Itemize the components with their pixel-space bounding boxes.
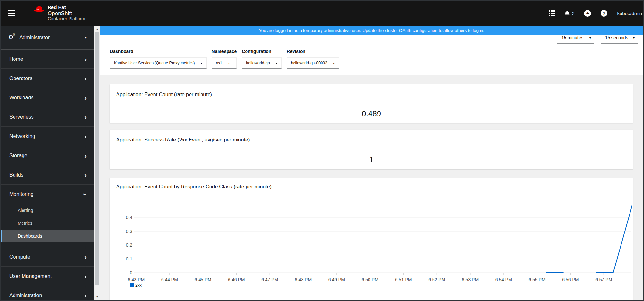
cogs-icon: ⚙⚙ xyxy=(8,35,16,41)
import-plus-button[interactable]: + xyxy=(584,10,591,17)
series-line-2xx xyxy=(596,205,632,273)
chevron-right-icon: › xyxy=(84,95,87,101)
banner-text-before: You are logged in as a temporary adminis… xyxy=(259,28,384,33)
configuration-select[interactable]: helloworld-go ▾ xyxy=(242,57,281,69)
y-tick-label: 0.3 xyxy=(126,229,133,234)
chevron-right-icon: › xyxy=(84,292,87,299)
chevron-right-icon: › xyxy=(84,254,87,260)
legend-swatch xyxy=(130,283,134,287)
event-count-card-title: Application: Event Count (rate per minut… xyxy=(116,92,212,97)
brand-openshift: OpenShift xyxy=(48,10,85,16)
menu-toggle-icon[interactable] xyxy=(6,8,17,18)
x-tick-label: 6:48 PM xyxy=(295,277,312,282)
x-tick-label: 6:54 PM xyxy=(495,277,512,282)
x-tick-label: 6:55 PM xyxy=(529,277,546,282)
namespace-select[interactable]: ns1 ▾ xyxy=(212,57,237,69)
brand-logo[interactable]: Red Hat OpenShift Container Platform xyxy=(33,5,85,22)
sidebar-item-metrics[interactable]: Metrics xyxy=(1,217,94,230)
caret-down-icon: ▾ xyxy=(85,35,87,40)
x-tick-label: 6:53 PM xyxy=(462,277,479,282)
openshift-console: { "masthead": { "brand": { "line1": "Red… xyxy=(0,0,644,301)
app-launcher-icon[interactable] xyxy=(549,10,555,16)
login-notice-banner: You are logged in as a temporary adminis… xyxy=(100,26,643,35)
caret-down-icon: ▾ xyxy=(228,61,230,65)
scroll-down-arrow-icon[interactable]: ▼ xyxy=(94,294,100,300)
cluster-oauth-configuration-link[interactable]: cluster OAuth configuration xyxy=(385,28,437,33)
legend-label: 2xx xyxy=(135,283,142,287)
x-tick-label: 6:49 PM xyxy=(328,277,345,282)
chevron-right-icon: › xyxy=(84,273,87,279)
sidebar-item-compute[interactable]: Compute› xyxy=(1,247,94,267)
help-button[interactable]: ? xyxy=(601,10,607,17)
chevron-right-icon: › xyxy=(84,152,87,159)
dashboard-select[interactable]: Knative User Services (Queue Proxy metri… xyxy=(110,57,207,69)
y-tick-label: 0.1 xyxy=(126,256,133,261)
event-count-value: 0.489 xyxy=(362,109,381,118)
chevron-down-icon: › xyxy=(82,193,89,196)
dashboard-cards: Application: Event Count (rate per minut… xyxy=(100,75,643,300)
chevron-right-icon: › xyxy=(84,56,87,62)
main-content: You are logged in as a temporary adminis… xyxy=(100,26,643,300)
x-tick-label: 6:47 PM xyxy=(261,277,278,282)
scrollbar-thumb[interactable] xyxy=(95,32,99,285)
sidebar-item-alerting[interactable]: Alerting xyxy=(1,204,94,217)
dashboard-filter-label: Dashboard xyxy=(110,49,207,54)
chevron-right-icon: › xyxy=(84,75,87,82)
chevron-right-icon: › xyxy=(84,172,87,178)
success-rate-value: 1 xyxy=(369,155,373,164)
sidebar-nav: ⚙⚙ Administrator ▾ Home› Operators› Work… xyxy=(1,26,94,300)
caret-down-icon: ▾ xyxy=(201,61,202,65)
masthead: Red Hat OpenShift Container Platform 2 +… xyxy=(1,1,643,26)
chevron-right-icon: › xyxy=(84,114,87,120)
sidebar-item-dashboards[interactable]: Dashboards xyxy=(1,230,94,242)
perspective-switcher[interactable]: ⚙⚙ Administrator ▾ xyxy=(1,26,94,50)
x-tick-label: 6:52 PM xyxy=(428,277,445,282)
response-code-chart-card: Application: Event Count by Response Cod… xyxy=(110,178,633,300)
sidebar-item-workloads[interactable]: Workloads› xyxy=(1,88,94,107)
success-rate-card-title: Application: Success Rate (2xx Event, av… xyxy=(116,137,250,143)
notification-count-badge: 2 xyxy=(572,11,574,16)
sidebar-item-storage[interactable]: Storage› xyxy=(1,146,94,165)
y-tick-label: 0.2 xyxy=(126,242,133,248)
bell-icon xyxy=(565,10,570,16)
redhat-fedora-icon xyxy=(33,5,45,13)
revision-filter-label: Revision xyxy=(287,49,339,54)
x-tick-label: 6:45 PM xyxy=(195,277,211,282)
y-tick-label: 0.4 xyxy=(126,215,133,220)
banner-text-after: to allow others to log in. xyxy=(439,28,484,33)
sidebar-item-operators[interactable]: Operators› xyxy=(1,69,94,88)
x-tick-label: 6:50 PM xyxy=(362,277,378,282)
configuration-filter-label: Configuration xyxy=(242,49,281,54)
sidebar-item-serverless[interactable]: Serverless› xyxy=(1,107,94,127)
namespace-filter-label: Namespace xyxy=(212,49,237,54)
brand-container-platform: Container Platform xyxy=(48,16,85,22)
chevron-right-icon: › xyxy=(84,133,87,140)
event-count-line-chart: 00.10.20.30.46:43 PM6:44 PM6:45 PM6:46 P… xyxy=(116,198,632,294)
x-tick-label: 6:46 PM xyxy=(228,277,245,282)
x-tick-label: 6:51 PM xyxy=(395,277,412,282)
perspective-label: Administrator xyxy=(19,35,50,41)
sidebar-item-networking[interactable]: Networking› xyxy=(1,127,94,146)
sidebar-group-monitoring: Monitoring› Alerting Metrics Dashboards xyxy=(1,185,94,247)
x-tick-label: 6:56 PM xyxy=(562,277,579,282)
y-tick-label: 0 xyxy=(130,270,132,275)
caret-down-icon: ▾ xyxy=(589,36,591,40)
caret-down-icon: ▾ xyxy=(276,61,277,65)
x-tick-label: 6:57 PM xyxy=(595,277,612,282)
sidebar-item-home[interactable]: Home› xyxy=(1,50,94,69)
x-tick-label: 6:43 PM xyxy=(128,277,145,282)
revision-select[interactable]: helloworld-go-00002 ▾ xyxy=(287,57,339,69)
sidebar-item-administration[interactable]: Administration› xyxy=(1,286,94,300)
event-count-card: Application: Event Count (rate per minut… xyxy=(110,84,633,123)
notifications-button[interactable]: 2 xyxy=(565,10,574,16)
sidebar-item-monitoring[interactable]: Monitoring› xyxy=(1,185,94,204)
scroll-up-arrow-icon[interactable]: ▲ xyxy=(94,26,100,32)
brand-redhat: Red Hat xyxy=(48,5,85,10)
sidebar-item-user-management[interactable]: User Management› xyxy=(1,267,94,286)
success-rate-card: Application: Success Rate (2xx Event, av… xyxy=(110,130,633,169)
caret-down-icon: ▾ xyxy=(333,61,335,65)
x-tick-label: 6:44 PM xyxy=(161,277,178,282)
user-menu[interactable]: kube:admin xyxy=(617,11,642,16)
caret-down-icon: ▾ xyxy=(633,36,635,40)
sidebar-item-builds[interactable]: Builds› xyxy=(1,165,94,185)
